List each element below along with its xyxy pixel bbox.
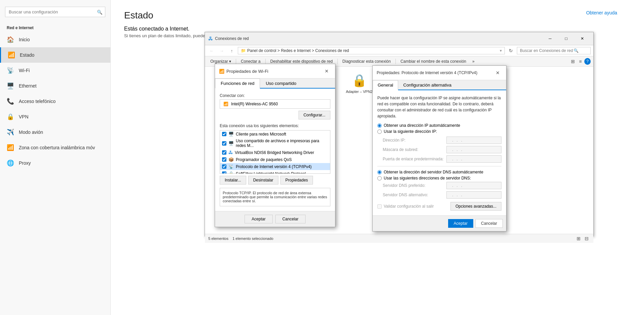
path-dropdown-icon: ▾ bbox=[500, 48, 502, 53]
tcp-description: Puede hacer que la configuración IP se a… bbox=[377, 95, 501, 119]
tcp-tab-general[interactable]: General bbox=[373, 80, 398, 90]
manual-ip-radio-input[interactable] bbox=[377, 129, 382, 134]
more-button[interactable]: » bbox=[470, 58, 477, 65]
sidebar-item-inicio[interactable]: 🏠 Inicio bbox=[0, 32, 110, 47]
elem-qos[interactable]: 📦 Programador de paquetes QoS bbox=[220, 156, 330, 163]
forward-button[interactable]: → bbox=[218, 47, 226, 55]
elem-icon-3: 📦 bbox=[228, 157, 234, 162]
back-button[interactable]: ← bbox=[208, 47, 216, 55]
wifi-tab-funciones[interactable]: Funciones de red bbox=[215, 78, 260, 89]
status-view-list[interactable]: ⊟ bbox=[583, 235, 590, 242]
tcp-dialog-titlebar: Propiedades: Protocolo de Internet versi… bbox=[373, 66, 506, 80]
diagnosticar-button[interactable]: Diagnosticar esta conexión bbox=[340, 58, 393, 65]
manual-dns-radio[interactable]: Usar las siguientes direcciones de servi… bbox=[377, 176, 501, 180]
auto-ip-radio-input[interactable] bbox=[377, 123, 382, 128]
sidebar-item-modo-avion[interactable]: ✈️ Modo avión bbox=[0, 124, 110, 140]
refresh-button[interactable]: ↻ bbox=[507, 47, 515, 55]
elem-check-3[interactable] bbox=[222, 157, 226, 162]
mascara-input[interactable] bbox=[446, 146, 501, 153]
elem-check-0[interactable] bbox=[222, 132, 226, 136]
tcp-aceptar-button[interactable]: Aceptar bbox=[448, 219, 473, 228]
conexiones-titlebar: 🖧 Conexiones de red ─ □ ✕ bbox=[205, 32, 593, 45]
sidebar-item-wifi[interactable]: 📡 Wi-Fi bbox=[0, 63, 110, 78]
phone-icon: 📞 bbox=[7, 98, 14, 105]
elements-label: Esta conexión usa los siguientes element… bbox=[220, 123, 330, 128]
wifi-cancelar-button[interactable]: Cancelar bbox=[275, 215, 306, 223]
ethernet-icon: 🖥️ bbox=[7, 82, 14, 90]
address-search: 🔍 bbox=[517, 47, 591, 54]
propiedades-button[interactable]: Propiedades bbox=[280, 176, 313, 185]
wifi-tab-uso-compartido[interactable]: Uso compartido bbox=[260, 78, 302, 88]
tcp-dialog-body: Puede hacer que la configuración IP se a… bbox=[373, 90, 506, 215]
sidebar-item-ethernet[interactable]: 🖥️ Ethernet bbox=[0, 78, 110, 94]
wifi-dialog-title-text: Propiedades de Wi-Fi bbox=[226, 69, 268, 74]
close-button[interactable]: ✕ bbox=[575, 34, 590, 43]
elem-check-1[interactable] bbox=[222, 141, 226, 146]
status-view-buttons: ⊞ ⊟ bbox=[575, 235, 590, 242]
elem-check-4[interactable] bbox=[222, 164, 226, 169]
view-details-button[interactable]: ⊞ bbox=[570, 58, 576, 65]
adapter-value: 📶 Intel(R) Wireless-AC 9560 bbox=[220, 99, 330, 109]
wifi-dialog-icon: 📶 bbox=[219, 69, 224, 74]
manual-dns-radio-input[interactable] bbox=[377, 176, 382, 180]
help-toolbar-button[interactable]: ? bbox=[584, 58, 591, 65]
tcp-cancelar-button[interactable]: Cancelar bbox=[475, 219, 503, 228]
tcp-dialog-tabs: General Configuración alternativa bbox=[373, 80, 506, 90]
conexiones-title-left: 🖧 Conexiones de red bbox=[208, 36, 249, 41]
status-view-details[interactable]: ⊞ bbox=[575, 235, 582, 242]
up-button[interactable]: ↑ bbox=[228, 47, 236, 55]
maximize-button[interactable]: □ bbox=[558, 34, 574, 43]
wifi-aceptar-button[interactable]: Aceptar bbox=[245, 215, 272, 223]
sidebar-item-proxy[interactable]: 🌐 Proxy bbox=[0, 155, 110, 171]
elem-softether[interactable]: 🔒 SoftEther Lightweight Network Protocol bbox=[220, 170, 330, 174]
opciones-avanzadas-button[interactable]: Opciones avanzadas... bbox=[450, 202, 501, 211]
sidebar-label-avion: Modo avión bbox=[19, 129, 43, 135]
cambiar-nombre-button[interactable]: Cambiar el nombre de esta conexión bbox=[398, 58, 469, 65]
sidebar-label-wifi: Wi-Fi bbox=[19, 68, 30, 73]
tcp-tab-alternativa[interactable]: Configuración alternativa bbox=[398, 80, 457, 90]
view-list-button[interactable]: ≡ bbox=[578, 58, 583, 65]
conectar-con-label: Conectar con: bbox=[220, 93, 330, 98]
desinstalar-button[interactable]: Desinstalar bbox=[248, 176, 278, 185]
configurar-row: Configurar... bbox=[220, 111, 330, 119]
sidebar-item-zona[interactable]: 📶 Zona con cobertura inalámbrica móv bbox=[0, 140, 110, 155]
ip-fields: Dirección IP: Máscara de subred: Puerta … bbox=[383, 137, 501, 163]
configurar-button[interactable]: Configurar... bbox=[299, 111, 330, 119]
elem-check-5[interactable] bbox=[222, 171, 226, 174]
auto-dns-radio-input[interactable] bbox=[377, 170, 382, 174]
elem-tcpipv4[interactable]: 📡 Protocolo de Internet versión 4 (TCP/I… bbox=[220, 163, 330, 170]
address-path[interactable]: 📁 Panel de control > Redes e Internet > … bbox=[238, 47, 505, 54]
conexiones-title-text: Conexiones de red bbox=[215, 36, 249, 41]
manual-ip-radio[interactable]: Usar la siguiente dirección IP: bbox=[377, 129, 501, 134]
auto-dns-radio[interactable]: Obtener la dirección del servidor DNS au… bbox=[377, 170, 501, 174]
home-icon: 🏠 bbox=[7, 36, 14, 43]
elem-uso-compartido[interactable]: 🖥️ Uso compartido de archivos e impresor… bbox=[220, 138, 330, 149]
tcp-dialog-close[interactable]: ✕ bbox=[493, 68, 502, 77]
mascara-label: Máscara de subred: bbox=[383, 147, 444, 152]
search-icon-button[interactable]: 🔍 bbox=[97, 9, 103, 14]
elements-list[interactable]: 🖥️ Cliente para redes Microsoft 🖥️ Uso c… bbox=[220, 130, 330, 174]
validate-checkbox[interactable] bbox=[377, 204, 382, 209]
elem-virtualbox[interactable]: 🖧 VirtualBox NDIS6 Bridged Networking Dr… bbox=[220, 149, 330, 156]
instalar-button[interactable]: Instalar... bbox=[220, 176, 246, 185]
ip-field-input[interactable] bbox=[446, 137, 501, 144]
search-input[interactable] bbox=[5, 7, 105, 17]
manual-ip-label: Usar la siguiente dirección IP: bbox=[384, 129, 437, 134]
auto-ip-radio[interactable]: Obtener una dirección IP automáticamente bbox=[377, 123, 501, 128]
address-search-input[interactable] bbox=[520, 48, 574, 53]
elements-section: Esta conexión usa los siguientes element… bbox=[220, 123, 330, 206]
sidebar-item-vpn[interactable]: 🔒 VPN bbox=[0, 109, 110, 124]
sidebar-item-estado[interactable]: 📶 Estado bbox=[0, 47, 110, 63]
elem-cliente-redes[interactable]: 🖥️ Cliente para redes Microsoft bbox=[220, 130, 330, 138]
sidebar-item-acceso-telefonico[interactable]: 📞 Acceso telefónico bbox=[0, 94, 110, 109]
dns-alt-row: Servidor DNS alternativo: bbox=[383, 191, 501, 199]
vpn-icon: 🔒 bbox=[7, 113, 14, 120]
minimize-button[interactable]: ─ bbox=[542, 34, 558, 43]
dns-alt-input[interactable] bbox=[446, 191, 501, 199]
elem-check-2[interactable] bbox=[222, 150, 226, 155]
help-link[interactable]: Obtener ayuda bbox=[586, 10, 617, 15]
validate-row: Validar configuración al salir Opciones … bbox=[377, 202, 501, 211]
dns-pref-input[interactable] bbox=[446, 182, 501, 189]
wifi-dialog-close[interactable]: ✕ bbox=[322, 67, 331, 75]
puerta-input[interactable] bbox=[446, 155, 501, 163]
